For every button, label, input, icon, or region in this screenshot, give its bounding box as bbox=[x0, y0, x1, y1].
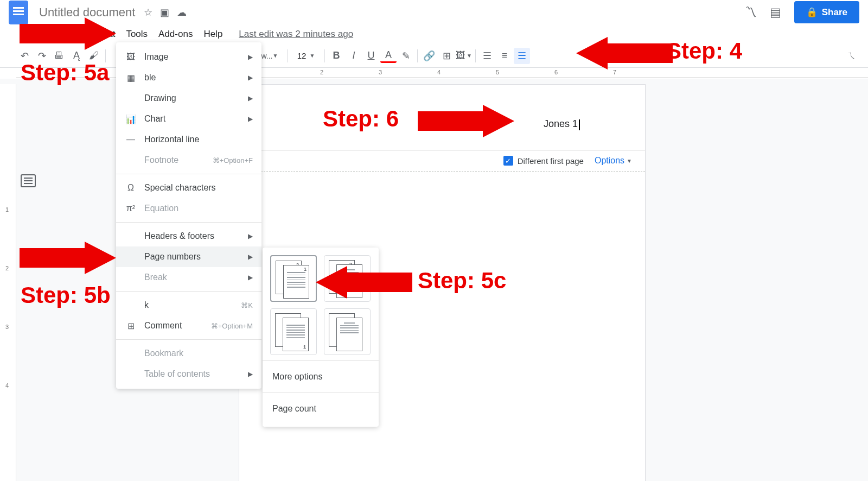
menu-label: Bookmark bbox=[144, 349, 183, 358]
thumbnail-grid: 2 1 2 2 1 bbox=[270, 255, 371, 355]
separator bbox=[287, 49, 288, 62]
menu-item-bookmark[interactable]: Bookmark bbox=[116, 343, 261, 364]
outline-toggle-icon[interactable] bbox=[21, 174, 36, 187]
header-text[interactable]: Jones 1 bbox=[544, 118, 580, 130]
menu-separator bbox=[116, 339, 261, 340]
shortcut-label: ⌘K bbox=[241, 301, 253, 309]
different-first-page-checkbox[interactable]: ✓ Different first page bbox=[503, 156, 584, 166]
ruler-tick: 2 bbox=[5, 265, 9, 271]
move-icon[interactable]: ▣ bbox=[160, 7, 169, 18]
menu-item-headers-footers[interactable]: Headers & footers ▶ bbox=[116, 226, 261, 246]
submenu-separator bbox=[263, 360, 379, 361]
submenu-more-options[interactable]: More options bbox=[270, 366, 371, 387]
ruler-tick: 6 bbox=[554, 69, 558, 75]
link-button[interactable]: 🔗 bbox=[421, 48, 437, 64]
menu-separator bbox=[116, 222, 261, 223]
header-content: Jones 1 bbox=[544, 118, 578, 129]
vertical-ruler[interactable]: 1 2 3 4 bbox=[0, 84, 16, 481]
menu-label: Headers & footers bbox=[144, 231, 214, 241]
collapse-toolbar-button[interactable]: ㄟ bbox=[847, 50, 856, 61]
menu-label: Break bbox=[144, 273, 167, 282]
submenu-arrow-icon: ▶ bbox=[248, 53, 253, 61]
title-actions: ☆ ▣ ☁ bbox=[144, 7, 187, 18]
italic-button[interactable]: I bbox=[346, 48, 362, 64]
align-left-button[interactable]: ☰ bbox=[479, 48, 495, 64]
font-size-selector[interactable]: 12 ▼ bbox=[291, 51, 321, 60]
menu-insert[interactable]: Insert bbox=[47, 26, 81, 43]
highlight-button[interactable]: ✎ bbox=[398, 48, 414, 64]
share-label: Share bbox=[822, 7, 847, 18]
separator bbox=[417, 49, 418, 62]
ruler-tick: 5 bbox=[496, 69, 499, 75]
menu-format[interactable]: Format bbox=[81, 26, 121, 43]
comment-button[interactable]: ⊞ bbox=[438, 48, 455, 64]
menu-tools[interactable]: Tools bbox=[120, 26, 153, 43]
menu-item-chart[interactable]: 📊 Chart ▶ bbox=[116, 109, 261, 129]
text-color-button[interactable]: A bbox=[380, 49, 397, 63]
menu-label: Image bbox=[144, 52, 168, 62]
submenu-arrow-icon: ▶ bbox=[248, 232, 253, 240]
ruler-tick: 3 bbox=[5, 324, 9, 330]
header-options-dropdown[interactable]: Options ▼ bbox=[595, 156, 632, 166]
align-right-button[interactable]: ☰ bbox=[514, 48, 530, 64]
menu-item-footnote[interactable]: Footnote ⌘+Option+F bbox=[116, 150, 261, 170]
bold-button[interactable]: B bbox=[328, 48, 344, 64]
menu-item-horizontal-line[interactable]: — Horizontal line bbox=[116, 129, 261, 150]
cloud-icon[interactable]: ☁ bbox=[177, 7, 187, 18]
submenu-arrow-icon: ▶ bbox=[248, 94, 253, 102]
text-cursor bbox=[579, 119, 580, 130]
checkbox-label: Different first page bbox=[518, 156, 584, 166]
pagenum-option-top-right[interactable]: 2 1 bbox=[270, 255, 317, 302]
omega-icon: Ω bbox=[125, 182, 137, 194]
document-title[interactable]: Untitled document bbox=[39, 5, 135, 20]
options-label: Options bbox=[595, 156, 624, 166]
comments-icon[interactable]: ▤ bbox=[770, 5, 781, 20]
menu-item-toc[interactable]: Table of contents ▶ bbox=[116, 364, 261, 384]
break-icon bbox=[125, 271, 137, 283]
menu-item-table[interactable]: ▦ ble ▶ bbox=[116, 67, 261, 88]
page-numbers-submenu: 2 1 2 2 1 bbox=[263, 248, 379, 427]
insert-dropdown-menu: 🖼 Image ▶ ▦ ble ▶ Drawing ▶ 📊 Chart ▶ — … bbox=[116, 42, 261, 389]
underline-button[interactable]: U bbox=[363, 48, 379, 64]
image-icon: 🖼 bbox=[125, 51, 137, 63]
menu-item-link[interactable]: k ⌘K bbox=[116, 295, 261, 315]
submenu-arrow-icon: ▶ bbox=[248, 274, 253, 281]
docs-logo-icon[interactable] bbox=[9, 1, 28, 24]
separator bbox=[475, 49, 476, 62]
menu-item-page-numbers[interactable]: Page numbers ▶ bbox=[116, 246, 261, 267]
menu-label: Table of contents bbox=[144, 369, 210, 379]
menu-item-drawing[interactable]: Drawing ▶ bbox=[116, 88, 261, 109]
activity-icon[interactable]: 〽 bbox=[745, 5, 757, 20]
submenu-page-count[interactable]: Page count bbox=[270, 398, 371, 419]
shortcut-label: ⌘+Option+M bbox=[211, 322, 253, 330]
menu-label: Equation bbox=[144, 204, 178, 213]
pagenum-option-bottom-right-skip-first[interactable]: 2 bbox=[324, 308, 371, 355]
annotation-step-4: Step: 4 bbox=[666, 38, 742, 64]
hline-icon: — bbox=[125, 134, 137, 145]
pagenum-option-top-right-skip-first[interactable]: 2 bbox=[324, 255, 371, 302]
menu-label: Page numbers bbox=[144, 252, 201, 262]
menu-item-image[interactable]: 🖼 Image ▶ bbox=[116, 47, 261, 67]
menu-item-equation[interactable]: π² Equation bbox=[116, 198, 261, 219]
separator bbox=[324, 49, 325, 62]
chart-icon: 📊 bbox=[125, 113, 137, 125]
submenu-arrow-icon: ▶ bbox=[248, 115, 253, 123]
ruler-tick: 7 bbox=[613, 69, 616, 75]
pagenum-icon bbox=[125, 251, 137, 263]
star-icon[interactable]: ☆ bbox=[144, 7, 152, 18]
submenu-arrow-icon: ▶ bbox=[248, 74, 253, 81]
menu-item-break[interactable]: Break ▶ bbox=[116, 267, 261, 288]
menu-item-comment[interactable]: ⊞ Comment ⌘+Option+M bbox=[116, 315, 261, 336]
menu-help[interactable]: Help bbox=[198, 26, 228, 43]
menu-label: Comment bbox=[144, 321, 182, 331]
lock-icon: 🔒 bbox=[806, 7, 818, 18]
last-edit-link[interactable]: Last edit was 2 minutes ago bbox=[239, 29, 353, 40]
align-center-button[interactable]: ≡ bbox=[496, 48, 513, 64]
menu-addons[interactable]: Add-ons bbox=[153, 26, 198, 43]
menu-item-special-characters[interactable]: Ω Special characters bbox=[116, 178, 261, 198]
image-button[interactable]: 🖼 ▼ bbox=[456, 48, 472, 64]
share-button[interactable]: 🔒 Share bbox=[794, 1, 859, 23]
ruler-tick: 2 bbox=[320, 69, 323, 75]
pagenum-option-bottom-right[interactable]: 2 1 bbox=[270, 308, 317, 355]
header-options-bar: ✓ Different first page Options ▼ bbox=[239, 150, 645, 172]
